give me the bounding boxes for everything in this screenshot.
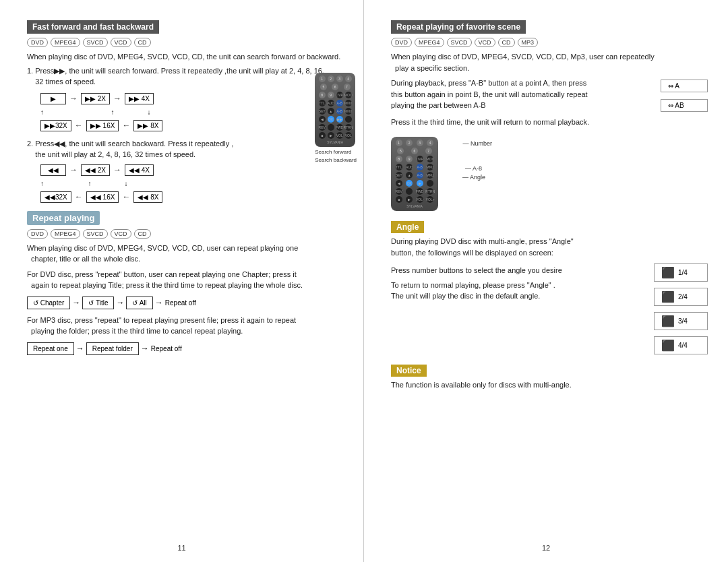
angle-header: Angle	[391, 221, 424, 233]
fav-para1: When playing disc of DVD, MPEG4, SVCD, V…	[391, 51, 708, 73]
fb-box-8x: ◀◀ 8X	[133, 191, 162, 203]
remote-logo-right: SYLVANIA	[394, 204, 435, 208]
page-container: Fast forward and fast backward DVD MPEG4…	[0, 0, 728, 562]
remote-control-right: 1234 567 89OVRMOD TTLAUDA-BMNU SET▲A-BMN	[391, 137, 438, 211]
notice-section: Notice The function is available only fo…	[391, 365, 708, 391]
search-backward-label: Search backward	[315, 156, 357, 165]
flow-repeat-one: Repeat one	[27, 342, 74, 355]
fb-box-play: ◀◀	[40, 164, 66, 176]
ff-box-2x: ▶▶ 2X	[81, 93, 110, 104]
fav-para2: During playback, press "A-B" button at a…	[391, 77, 654, 111]
angle-display-2: ⬛2/4	[654, 288, 708, 306]
disc-vcd: VCD	[111, 38, 131, 47]
rp-disc-dvd: DVD	[27, 229, 48, 239]
dvd-flow-diagram: ↺ Chapter → ↺ Title → ↺ All → Repeat off	[27, 296, 343, 309]
page-number-left: 11	[177, 544, 185, 552]
flow-repeat-off-mp3: Repeat off	[151, 343, 182, 354]
disc-icons-ff: DVD MPEG4 SVCD VCD CD	[27, 38, 343, 47]
fav-dvd: DVD	[391, 38, 412, 47]
repeat-para3: For MP3 disc, press "repeat" to repeat p…	[27, 315, 343, 337]
page-left: Fast forward and fast backward DVD MPEG4…	[0, 0, 364, 562]
flow-title: ↺ Title	[82, 296, 114, 309]
ab-box-a: ⇔ A	[661, 80, 708, 92]
notice-header: Notice	[391, 365, 427, 377]
fb-box-2x: ◀◀ 2X	[81, 164, 110, 176]
notice-text: The function is available only for discs…	[391, 379, 708, 391]
disc-icons-repeat: DVD MPEG4 SVCD VCD CD	[27, 229, 343, 239]
annotation-number: — Number	[462, 140, 492, 147]
flow-repeat-off: Repeat off	[165, 297, 196, 309]
fav-mp3: MP3	[518, 38, 539, 47]
ff-box-4x: ▶▶ 4X	[125, 93, 154, 104]
ab-box-ab: ⇔ AB	[661, 99, 708, 112]
page-right: Repeat playing of favorite scene DVD MPE…	[364, 0, 728, 562]
fav-para3: Press it the third time, the unit will r…	[391, 117, 654, 128]
fav-vcd: VCD	[475, 38, 495, 47]
ff-box-8x: ▶▶ 8X	[133, 120, 162, 131]
flow-chapter: ↺ Chapter	[27, 296, 70, 309]
repeat-intro: When playing disc of DVD, MPEG4, SVCD, V…	[27, 243, 343, 265]
mp3-flow-diagram: Repeat one → Repeat folder → Repeat off	[27, 342, 343, 355]
ff-step1: 1. Press▶▶, the unit will search forward…	[27, 65, 343, 88]
ff-box-32x: ▶▶32X	[40, 120, 71, 131]
page-number-right: 12	[542, 544, 550, 552]
repeat-playing-section: Repeat playing DVD MPEG4 SVCD VCD CD Whe…	[27, 211, 343, 355]
annotation-angle: — Angle	[462, 174, 485, 181]
disc-mpeg4: MPEG4	[51, 38, 80, 47]
angle-para2: Press number buttons to select the angle…	[391, 265, 647, 276]
flow-repeat-folder: Repeat folder	[86, 342, 139, 355]
angle-para3: To return to normal playing, please pres…	[391, 280, 647, 302]
disc-svcd: SVCD	[83, 38, 108, 47]
repeat-favorite-header: Repeat playing of favorite scene	[391, 20, 526, 34]
fav-cd: CD	[498, 38, 515, 47]
ff-intro: When playing disc of DVD, MPEG4, SVCD, V…	[27, 51, 343, 63]
disc-icons-fav: DVD MPEG4 SVCD VCD CD MP3	[391, 38, 708, 47]
annotation-ab: — A-8	[465, 165, 482, 172]
fb-box-32x: ◀◀32X	[40, 191, 71, 203]
repeat-favorite-section: Repeat playing of favorite scene DVD MPE…	[391, 20, 708, 211]
fast-forward-section: Fast forward and fast backward DVD MPEG4…	[27, 20, 343, 203]
ff-box-play: ▶	[40, 93, 66, 104]
fb-box-16x: ◀◀ 16X	[86, 191, 119, 203]
rp-disc-mpeg4: MPEG4	[51, 229, 80, 239]
ff-box-16x: ▶▶ 16X	[86, 120, 119, 131]
remote-control-ff: 1234 567 89OVRMOD TTLAUDA-BMNU SET▲A-BMN	[315, 73, 357, 166]
repeat-para2: For DVD disc, press "repeat" button, use…	[27, 269, 343, 291]
disc-cd: CD	[134, 38, 151, 47]
ff-step2: 2. Press◀◀, the unit will search backwar…	[27, 138, 343, 160]
repeat-playing-header: Repeat playing	[27, 211, 100, 225]
angle-display-3: ⬛3/4	[654, 312, 708, 330]
fast-forward-header: Fast forward and fast backward	[27, 20, 159, 34]
rp-disc-svcd: SVCD	[83, 229, 108, 239]
fav-mpeg4: MPEG4	[415, 38, 444, 47]
fb-box-4x: ◀◀ 4X	[125, 164, 154, 176]
angle-display-1: ⬛1/4	[654, 263, 708, 282]
angle-para1: During playing DVD disc with multi-angle…	[391, 236, 708, 258]
disc-dvd: DVD	[27, 38, 48, 47]
angle-display-4: ⬛4/4	[654, 336, 708, 354]
angle-section: Angle During playing DVD disc with multi…	[391, 221, 708, 356]
remote-logo: SYLVANIA	[317, 140, 353, 144]
fav-svcd: SVCD	[447, 38, 472, 47]
search-forward-label: Search forward	[315, 148, 357, 157]
flow-all: ↺ All	[126, 296, 152, 309]
rp-disc-vcd: VCD	[111, 229, 131, 239]
rp-disc-cd: CD	[134, 229, 151, 239]
